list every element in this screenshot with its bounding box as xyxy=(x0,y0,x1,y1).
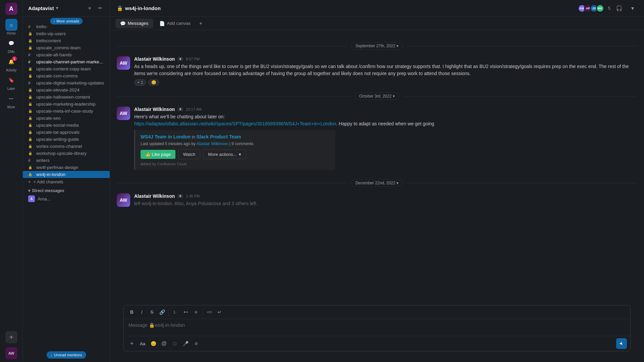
message-placeholder: Message 🔒ws4j-in-london xyxy=(128,322,185,328)
shortcuts-button[interactable]: ⊘ xyxy=(192,339,201,348)
lock-icon: 🔒 xyxy=(28,32,34,36)
sidebar-item-upscale-marketing[interactable]: 🔒 upscale-marketing-leadership xyxy=(23,101,110,108)
sidebar-item-workshop[interactable]: 🔒 workshop-upscale-library xyxy=(23,150,110,157)
sidebar-item-upscale-halloween[interactable]: 🔒 upscale-halloween-content xyxy=(23,94,110,101)
unordered-list-button[interactable] xyxy=(181,307,191,317)
more-actions-button[interactable]: More actions... ▾ xyxy=(203,149,246,159)
down-arrow-icon: ↓ xyxy=(50,353,52,357)
sidebar-item-upscale-digital[interactable]: # upscale-digital-marketing-updates xyxy=(23,79,110,86)
sidebar-item-upscale-social[interactable]: 🔒 upscale-social-media xyxy=(23,122,110,129)
sidebar-item-trello-vip[interactable]: 🔒 trello-vip-users xyxy=(23,30,110,37)
sidebar-item-ws4j-in-london[interactable]: 🔒 ws4j-in-london xyxy=(23,171,110,178)
msg-header-3: Alastair Wilkinson 🖥 1:36 PM xyxy=(134,193,637,199)
dm-item-ama[interactable]: A Ama... xyxy=(23,194,110,203)
confluence-link[interactable]: https://adaptavistlabs.atlassian.net/wik… xyxy=(134,121,336,126)
date-divider-sep27: September 27th, 2022 ▾ xyxy=(117,42,637,50)
sidebar-item-upscale-content[interactable]: 🔒 upscale-content-copy-team xyxy=(23,65,110,72)
confluence-space-link[interactable]: Slack Product Team xyxy=(197,134,241,139)
reaction-plus1[interactable]: + 1 xyxy=(134,79,146,86)
lock-icon: 🔒 xyxy=(28,109,34,113)
avatar-initials-2: AW xyxy=(120,111,127,116)
tab-add-canvas[interactable]: 📄 Add canvas xyxy=(155,19,196,28)
indent-button[interactable]: ≡ xyxy=(191,307,201,317)
more-nav-button[interactable]: ••• xyxy=(5,93,17,105)
sidebar-item-upscale-tat[interactable]: 🔒 upscale-tat-approvals xyxy=(23,129,110,136)
filter-button[interactable]: ≡ xyxy=(86,4,94,12)
msg-header-1: Alastair Wilkinson 🖥 8:57 PM xyxy=(134,56,637,62)
attach-button[interactable]: + xyxy=(127,339,137,348)
date-chevron-icon: ▾ xyxy=(396,181,398,185)
audio-button[interactable]: 🎤 xyxy=(181,339,190,348)
huddle-button[interactable]: □ xyxy=(170,339,179,348)
tabs-bar: 💬 Messages 📄 Add canvas + xyxy=(110,17,644,30)
sidebar-item-trellocontent[interactable]: 🔒 trellocontent xyxy=(23,37,110,44)
text-format-button[interactable]: Aa xyxy=(138,339,147,348)
send-button[interactable]: ➤ xyxy=(616,338,627,349)
confluence-footer: Added by Confluence Cloud xyxy=(141,162,330,166)
link-button[interactable]: 🔗 xyxy=(157,307,167,317)
unread-mentions-badge[interactable]: ↓ Unread mentions xyxy=(46,351,86,359)
more-unreads-badge[interactable]: ↑ More unreads xyxy=(50,18,83,24)
sidebar-item-upscale-elevate[interactable]: 🔒 upscale-elevate-2024 xyxy=(23,86,110,94)
member-count[interactable]: 5 xyxy=(608,6,610,11)
member-avatars[interactable]: AW AP JD MK xyxy=(578,4,604,12)
quote-button[interactable]: ↵ xyxy=(215,307,224,317)
date-label-dec22[interactable]: December 22nd, 2022 ▾ xyxy=(351,179,403,187)
mention-button[interactable]: @ xyxy=(159,339,169,348)
sidebar-item-writers[interactable]: # writers xyxy=(23,157,110,164)
compose-button[interactable]: ✏ xyxy=(96,4,104,12)
confluence-page-title-link[interactable]: WS4J Team in London xyxy=(141,134,191,139)
msg-reactions-1: + 1 😊 xyxy=(134,79,637,86)
lock-icon: 🔒 xyxy=(28,152,34,155)
direct-messages-section[interactable]: ▾ Direct messages xyxy=(23,186,110,194)
activity-badge: 1 xyxy=(12,56,17,61)
emoji-button[interactable]: 😊 xyxy=(149,339,158,348)
date-label-oct3[interactable]: October 3rd, 2022 ▾ xyxy=(355,93,399,100)
lock-icon: 🔒 xyxy=(28,166,34,169)
user-avatar[interactable]: AW xyxy=(5,347,17,359)
later-nav-button[interactable]: 🔖 xyxy=(5,74,17,86)
dms-nav-button[interactable]: 💬 xyxy=(5,37,17,49)
channel-settings-button[interactable]: ▾ xyxy=(628,4,637,13)
workspace-icon[interactable]: A xyxy=(5,3,17,15)
date-label-sep27[interactable]: September 27th, 2022 ▾ xyxy=(351,42,403,50)
toolbar-divider-1 xyxy=(169,309,169,315)
workspace-title[interactable]: Adaptavist ▾ xyxy=(28,5,58,11)
add-workspace-button[interactable]: + xyxy=(5,331,17,343)
strikethrough-button[interactable]: S xyxy=(147,307,157,317)
tab-messages[interactable]: 💬 Messages xyxy=(115,19,153,28)
message-row-3: AW Alastair Wilkinson 🖥 1:36 PM left ws4… xyxy=(117,193,637,207)
avatar-initials: AW xyxy=(8,351,14,355)
date-divider-dec22: December 22nd, 2022 ▾ xyxy=(117,179,637,187)
messages-area: September 27th, 2022 ▾ AW Alastair Wilki… xyxy=(110,30,644,305)
headset-button[interactable]: 🎧 xyxy=(614,4,624,13)
sidebar-item-upscale-channel-partner[interactable]: # upscale-channel-partner-marke... xyxy=(23,58,110,65)
sidebar-item-upscale-seo[interactable]: 🔒 upscale-seo xyxy=(23,115,110,122)
sidebar-item-upscale-writing[interactable]: 🔒 upscale-writing-guide xyxy=(23,136,110,143)
add-channels-button[interactable]: + + Add channels xyxy=(23,178,110,186)
channel-name: writers xyxy=(36,158,50,163)
activity-nav-button[interactable]: 🔔 1 xyxy=(5,56,17,68)
tab-add-button[interactable]: + xyxy=(197,19,205,28)
bold-button[interactable]: B xyxy=(127,307,137,317)
reaction-smile[interactable]: 😊 xyxy=(148,79,159,86)
channel-name: upscale-elevate-2024 xyxy=(36,87,79,93)
composer-input-area[interactable]: Message 🔒ws4j-in-london xyxy=(124,319,630,336)
msg-header-2: Alastair Wilkinson 🖥 10:17 AM xyxy=(134,107,637,112)
sidebar-item-upscale-comms[interactable]: 🔒 upscale_comms-team xyxy=(23,44,110,51)
avatar-initials-1: AW xyxy=(120,60,127,66)
code-button[interactable]: </> xyxy=(205,307,214,317)
like-page-button[interactable]: 👍 Like page xyxy=(141,150,175,159)
sidebar-item-vortex[interactable]: 🔒 vortex-comms-channel xyxy=(23,143,110,150)
italic-button[interactable]: I xyxy=(137,307,147,317)
sidebar-item-upscale-all-hands[interactable]: # upscale-all-hands xyxy=(23,51,110,58)
later-icon: 🔖 xyxy=(8,77,14,83)
conf-author-link[interactable]: Alastair Wilkinson xyxy=(197,141,228,146)
sidebar-item-upscale-csm[interactable]: 🔒 upscale-csm-comms xyxy=(23,72,110,79)
sidebar-item-upscale-meta[interactable]: 🔒 upscale-meta-inf-case-study xyxy=(23,108,110,115)
watch-button[interactable]: Watch xyxy=(178,149,200,159)
home-nav-button[interactable]: ⌂ xyxy=(5,19,17,31)
channel-name: ws4f-perfmax-design xyxy=(36,165,78,170)
ordered-list-button[interactable]: 1. xyxy=(171,307,180,317)
sidebar-item-ws4f[interactable]: 🔒 ws4f-perfmax-design xyxy=(23,164,110,171)
